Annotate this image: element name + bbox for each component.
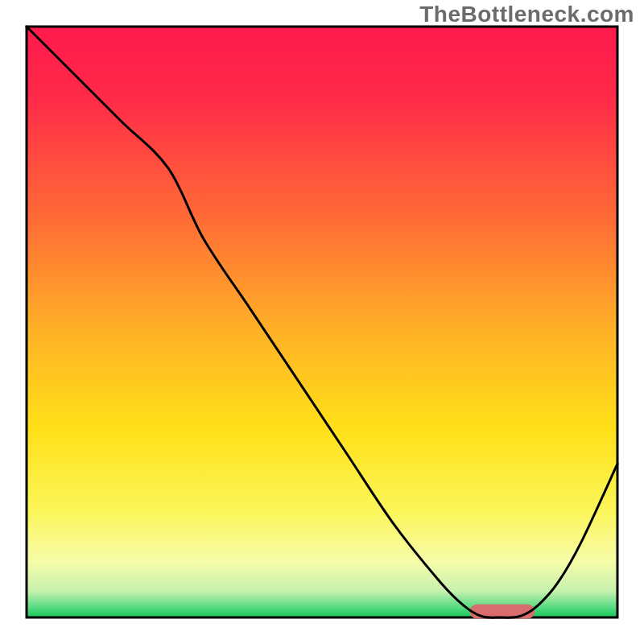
watermark-text: TheBottleneck.com	[419, 2, 634, 27]
chart-container: TheBottleneck.com	[0, 0, 644, 644]
bottleneck-chart	[0, 0, 644, 644]
